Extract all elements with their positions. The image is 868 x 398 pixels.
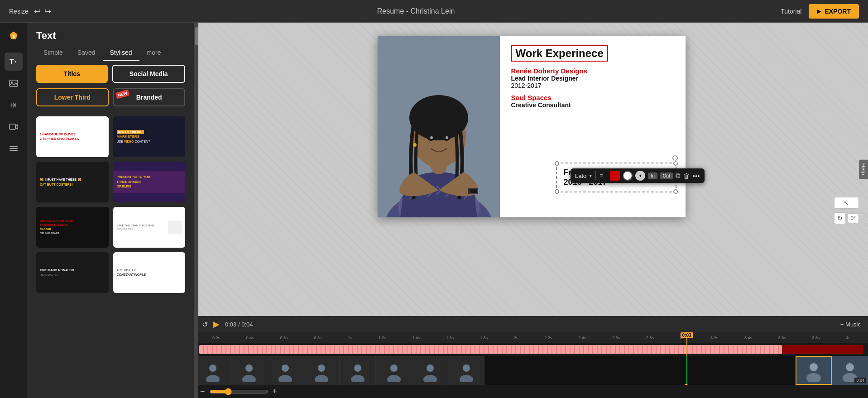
undo-button[interactable]: ↩ xyxy=(34,6,41,16)
font-name-label: Lato xyxy=(575,173,586,179)
job-title1: Lead Interior Designer xyxy=(511,75,676,82)
svg-point-30 xyxy=(318,364,325,372)
svg-point-42 xyxy=(846,363,854,371)
help-button[interactable]: Help xyxy=(859,160,868,179)
marker-3.8: 3.8s xyxy=(812,336,820,340)
template-item-history[interactable]: THE RISE OF CONSTANTINOPLE xyxy=(113,252,186,293)
handle-bl[interactable] xyxy=(555,189,559,194)
redo-button[interactable]: ↪ xyxy=(44,6,51,16)
current-time: 0:03 xyxy=(225,321,236,328)
handle-tl[interactable] xyxy=(555,161,559,166)
svg-text:T: T xyxy=(10,58,14,66)
toolbar-sep1 xyxy=(595,171,596,180)
restart-button[interactable]: ↺ xyxy=(202,320,208,329)
lower-third-button[interactable]: Lower Third xyxy=(36,88,109,106)
tutorial-button[interactable]: Tutorial xyxy=(781,8,801,15)
titles-button[interactable]: Titles xyxy=(36,65,108,83)
zoom-out-button[interactable]: − xyxy=(200,387,205,396)
template-item-sports[interactable]: CRISTIANO RONALDO REAL MADRID xyxy=(36,252,109,293)
total-time: 0:04 xyxy=(241,321,253,328)
tab-saved[interactable]: Saved xyxy=(70,45,103,61)
sidebar-icon-text[interactable]: T y xyxy=(5,53,23,71)
svg-point-26 xyxy=(245,364,253,372)
add-music-button[interactable]: + Music xyxy=(840,321,861,328)
svg-point-39 xyxy=(460,375,473,382)
in-button[interactable]: In xyxy=(648,173,657,179)
color-swatch-red[interactable] xyxy=(610,171,620,181)
timeline-indicator[interactable]: 0:03 xyxy=(686,332,687,343)
marker-1.4: 1.4s xyxy=(412,336,420,340)
copy-button[interactable]: ⧉ xyxy=(676,172,681,180)
template-item-cooking[interactable]: BAKE THE CAKE FOR 2 MINS COOKING TIPS xyxy=(113,207,186,248)
new-badge: NEW xyxy=(115,89,129,99)
tab-stylised[interactable]: Stylised xyxy=(103,45,139,61)
rotation-handle[interactable]: ↻ xyxy=(672,155,678,161)
zoom-in-button[interactable]: + xyxy=(273,387,278,396)
more-options-button[interactable]: ••• xyxy=(693,172,700,180)
svg-point-19 xyxy=(430,136,433,139)
delete-button[interactable]: 🗑 xyxy=(683,172,690,180)
work-experience-title-box: Work Experinece xyxy=(511,45,608,62)
canvas-frame: Work Experinece Renée Doherty Designs Le… xyxy=(378,36,686,217)
zoom-controls: − + xyxy=(195,385,868,398)
template-item-instruction[interactable]: USE THE BOTTOM KNOB TO BRING THE LINES C… xyxy=(36,207,109,248)
zoom-slider[interactable] xyxy=(210,388,268,395)
out-button[interactable]: Out xyxy=(660,173,673,179)
sidebar-icon-audio[interactable] xyxy=(5,96,23,114)
align-left-button[interactable]: ≡ xyxy=(599,171,604,180)
top-bar-right: Tutorial ▶ EXPORT xyxy=(781,4,859,19)
job-year1: 2012-2017 xyxy=(511,82,676,89)
rotate-button[interactable]: ↻ xyxy=(834,212,846,224)
video-track[interactable]: 0:04 ▼ xyxy=(195,356,868,385)
marker-2.6: 2.6s xyxy=(612,336,620,340)
resize-icon-button[interactable]: ⤡ xyxy=(834,197,859,209)
brush-button[interactable]: ✦ xyxy=(635,171,645,181)
export-button[interactable]: ▶ EXPORT xyxy=(809,4,859,19)
svg-rect-8 xyxy=(10,148,18,149)
marker-1: 1s xyxy=(348,336,352,340)
panel-title: Text xyxy=(27,23,194,45)
tab-simple[interactable]: Simple xyxy=(36,45,70,61)
sidebar-icon-video[interactable] xyxy=(5,118,23,136)
timeline-markers: 0.2s 0.4s 0.6s 0.8s 1s 1.2s 1.4s 1.6s 1.… xyxy=(199,336,863,340)
clip-pink-main[interactable] xyxy=(199,345,782,354)
handle-br[interactable] xyxy=(673,189,678,194)
clip-dark-red[interactable] xyxy=(782,345,863,354)
timeline-section: 0.2s 0.4s 0.6s 0.8s 1s 1.2s 1.4s 1.6s 1.… xyxy=(195,332,868,398)
svg-point-27 xyxy=(242,375,256,382)
export-label: EXPORT xyxy=(825,8,851,15)
color-swatch-white[interactable] xyxy=(623,171,633,181)
template-item-presenting[interactable]: PRESENTING TO YOU THREE SHADES OF BLISS xyxy=(113,162,186,202)
svg-point-21 xyxy=(413,143,417,147)
marker-3.4: 3.4s xyxy=(744,336,752,340)
scrollbar-thumb[interactable] xyxy=(195,27,198,45)
resize-button[interactable]: Resize xyxy=(9,8,29,15)
track-row-1[interactable] xyxy=(195,343,868,356)
company1-name: Renée Doherty Designs xyxy=(511,67,676,75)
template-item-recipe[interactable]: 1 HANDFUL OF OLIVES 2 TSP RED CHILI FLAK… xyxy=(36,116,109,157)
top-bar: Resize ↩ ↪ Resume - Christina Lein Tutor… xyxy=(0,0,868,23)
marker-1.8: 1.8s xyxy=(480,336,488,340)
sidebar-icon-media[interactable] xyxy=(5,74,23,92)
marker-1.6: 1.6s xyxy=(446,336,454,340)
sidebar-icon-menu[interactable] xyxy=(5,139,23,158)
track-indicator-1 xyxy=(686,343,687,356)
main-content: T y xyxy=(0,23,868,398)
template-item-cat[interactable]: 🐱 I MUST HAVE THESE 🐱 CAT BUTT COSTERS! xyxy=(36,162,109,202)
branded-button[interactable]: NEW Branded xyxy=(113,88,186,106)
play-button[interactable]: ▶ xyxy=(213,319,220,329)
video-thumb-3 xyxy=(267,356,303,385)
font-selector[interactable]: Lato ▼ xyxy=(575,173,593,179)
template-item-stat[interactable]: 87% OF ONLINE MARKETERS USE VIDEO CONTEN… xyxy=(113,116,186,157)
tab-more[interactable]: more xyxy=(139,45,168,61)
side-controls: ⤡ ↻ 0° xyxy=(834,197,859,224)
social-media-button[interactable]: Social Media xyxy=(112,65,186,83)
marker-1.2: 1.2s xyxy=(379,336,386,340)
company2-name: Soul Spaces xyxy=(511,94,676,101)
scrollbar-vertical[interactable] xyxy=(195,23,198,398)
svg-point-40 xyxy=(810,363,818,371)
marker-0.6: 0.6s xyxy=(280,336,288,340)
marker-0.8: 0.8s xyxy=(314,336,321,340)
video-track-indicator xyxy=(686,356,687,385)
timeline-ruler: 0.2s 0.4s 0.6s 0.8s 1s 1.2s 1.4s 1.6s 1.… xyxy=(195,332,868,343)
